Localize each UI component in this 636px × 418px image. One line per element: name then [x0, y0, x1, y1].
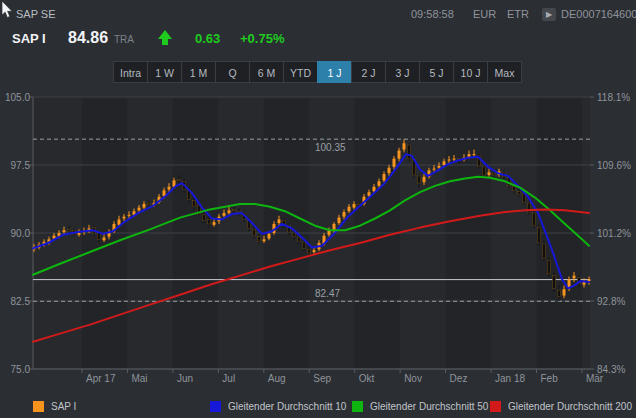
y-axis-right-label: 92.8% [597, 296, 625, 307]
candle-up [453, 159, 456, 160]
y-axis-left-label: 82.5 [2, 296, 30, 307]
y-axis-left-label: 97.5 [2, 160, 30, 171]
candle-up [488, 172, 491, 175]
legend-item-ma200[interactable]: Gleitender Durchschnitt 200 [490, 399, 632, 413]
candle-up [163, 190, 166, 195]
candle-up [473, 154, 476, 155]
legend-swatch [210, 401, 221, 412]
candle-up [278, 219, 281, 223]
legend-label: Gleitender Durchschnitt 10 [228, 401, 346, 412]
candle-up [138, 208, 141, 211]
candle-down [493, 173, 496, 175]
x-axis-month-label: Feb [541, 373, 558, 384]
candle-up [368, 192, 371, 196]
candle-up [313, 250, 316, 252]
candle-up [403, 143, 406, 149]
legend-item-ma10[interactable]: Gleitender Durchschnitt 10 [210, 399, 346, 413]
y-axis-right-label: 109.6% [597, 160, 631, 171]
chart-plot-area[interactable] [0, 0, 636, 418]
candle-down [553, 276, 556, 289]
x-axis-month-label: Jun [177, 373, 193, 384]
candle-down [253, 229, 256, 235]
candle-down [558, 290, 561, 296]
candle-down [208, 219, 211, 224]
candle-down [408, 145, 411, 159]
candle-down [308, 249, 311, 253]
legend-label: Gleitender Durchschnitt 200 [508, 401, 632, 412]
candle-up [393, 159, 396, 167]
legend-item-ma50[interactable]: Gleitender Durchschnitt 50 [352, 399, 488, 413]
candle-up [228, 210, 231, 213]
candle-up [78, 233, 81, 235]
candle-up [118, 219, 121, 224]
legend-swatch [33, 401, 44, 412]
candle-up [563, 289, 566, 295]
period-high-label: 100.35 [315, 142, 346, 153]
x-axis-month-label: Jul [222, 373, 235, 384]
x-axis-month-label: Apr 17 [86, 373, 115, 384]
x-axis-month-label: Mai [131, 373, 147, 384]
candle-up [423, 177, 426, 182]
candle-down [303, 242, 306, 248]
candle-down [203, 215, 206, 220]
x-axis-month-label: Dez [450, 373, 468, 384]
candle-up [398, 150, 401, 158]
candle-up [128, 215, 131, 216]
y-axis-left-label: 75.0 [2, 364, 30, 375]
candle-down [543, 244, 546, 259]
candle-down [68, 229, 71, 231]
candle-up [438, 166, 441, 168]
candle-up [353, 204, 356, 208]
candle-down [233, 209, 236, 210]
candle-up [123, 217, 126, 219]
candle-down [523, 194, 526, 202]
candle-up [378, 181, 381, 186]
candle-up [168, 187, 171, 190]
candle-up [223, 213, 226, 216]
candle-down [533, 213, 536, 226]
candle-down [298, 238, 301, 242]
candle-up [573, 276, 576, 279]
x-axis-month-label: Okt [359, 373, 375, 384]
candle-up [383, 174, 386, 180]
candle-up [468, 154, 471, 157]
candle-down [258, 237, 261, 242]
candle-down [148, 203, 151, 205]
candle-down [513, 187, 516, 191]
candle-up [348, 207, 351, 212]
legend-label: SAP I [51, 401, 76, 412]
x-axis-month-label: Mär [586, 373, 603, 384]
candle-up [373, 187, 376, 192]
candle-down [193, 200, 196, 206]
x-axis-month-label: Nov [404, 373, 422, 384]
candle-down [293, 233, 296, 237]
period-low-label: 82.47 [315, 288, 340, 299]
candle-down [483, 167, 486, 175]
y-axis-left-label: 105.0 [2, 92, 30, 103]
y-axis-right-label: 118.1% [597, 92, 630, 103]
legend-label: Gleitender Durchschnitt 50 [370, 401, 488, 412]
candle-down [418, 176, 421, 183]
candle-up [443, 161, 446, 165]
candle-up [263, 239, 266, 241]
y-axis-left-label: 90.0 [2, 228, 30, 239]
candle-down [538, 228, 541, 243]
candle-up [388, 168, 391, 173]
candle-down [548, 260, 551, 274]
legend-swatch [490, 401, 501, 412]
candle-up [448, 160, 451, 161]
candle-down [518, 191, 521, 194]
candle-up [63, 230, 66, 232]
stock-chart-widget: SAP SE 09:58:58 EUR ETR ▶ DE0007164600 S… [0, 0, 636, 418]
candle-up [143, 204, 146, 208]
candle-down [178, 180, 181, 181]
candle-up [213, 222, 216, 225]
candle-up [268, 234, 271, 239]
x-axis-month-label: Aug [268, 373, 286, 384]
y-axis-right-label: 101.2% [597, 228, 631, 239]
candle-up [343, 212, 346, 217]
x-axis-month-label: Sep [313, 373, 331, 384]
x-axis-month-label: Jan 18 [495, 373, 525, 384]
legend-item-price[interactable]: SAP I [33, 399, 76, 413]
candle-up [103, 238, 106, 241]
